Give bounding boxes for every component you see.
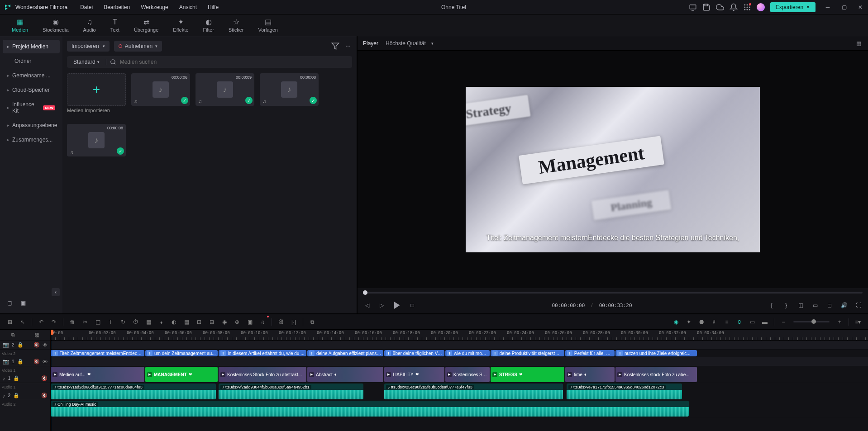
- import-media-card[interactable]: +: [67, 73, 126, 106]
- audio-tool[interactable]: ♫: [257, 317, 268, 327]
- zoom-slider[interactable]: [793, 321, 830, 322]
- render-tool[interactable]: ✦: [683, 317, 694, 327]
- audio1-mute-icon[interactable]: 🔇: [41, 375, 48, 381]
- video-preview[interactable]: Management Strategy Planning Titel: Zeit…: [466, 87, 760, 252]
- video-clip[interactable]: ▶STRESS❤: [491, 367, 564, 382]
- text-tool[interactable]: T: [105, 317, 116, 327]
- sidebar-ordner[interactable]: Ordner: [3, 54, 60, 68]
- video-clip[interactable]: ▶Abstract♦: [307, 367, 383, 382]
- audio-clip[interactable]: ♪ tts3dsxvf2add93044f5b500a328f5a94a4952…: [219, 384, 363, 399]
- track-audio1[interactable]: ♪ tts3dsxv1ad2d066df1a91157771ac80d6a64f…: [51, 383, 868, 400]
- tab-medien[interactable]: ▦Medien: [5, 16, 34, 34]
- track-link-icon[interactable]: ⛓: [34, 332, 39, 338]
- menu-datei[interactable]: Datei: [80, 4, 93, 10]
- bracket-open-icon[interactable]: {: [768, 301, 776, 309]
- copy-props-tool[interactable]: ⧉: [307, 317, 318, 327]
- sidebar-projekt-medien[interactable]: ▸Projekt Medien: [3, 40, 60, 53]
- fullscreen-icon[interactable]: ⛶: [854, 301, 863, 309]
- menu-hilfe[interactable]: Hilfe: [208, 4, 219, 10]
- preview-tab-player[interactable]: Player: [363, 40, 378, 47]
- rotate-tool[interactable]: ↻: [118, 317, 129, 327]
- delete-button[interactable]: 🗑: [67, 317, 78, 327]
- cut-tool[interactable]: ✂: [80, 317, 91, 327]
- bell-icon[interactable]: [730, 3, 738, 11]
- sidebar-influence-kit[interactable]: ▸Influence KitNEW: [3, 98, 60, 118]
- title-clip[interactable]: Tnutzen und ihre Ziele erfolgreic...: [615, 350, 697, 356]
- record-dropdown[interactable]: Aufnehmen▾: [114, 41, 162, 52]
- audio-clip[interactable]: ♪ tts3dsxve7a17172fb155496965d840260d120…: [567, 384, 682, 399]
- crop-tool[interactable]: ◫: [92, 317, 103, 327]
- video2-lock-icon[interactable]: 🔒: [17, 342, 24, 348]
- link-tool[interactable]: ⛓: [276, 317, 286, 327]
- search-input[interactable]: [120, 59, 348, 65]
- import-dropdown[interactable]: Importieren▾: [67, 41, 110, 52]
- timeline-ruler[interactable]: 00:0000:00:02:0000:00:04:0000:00:06:0000…: [51, 330, 868, 341]
- user-avatar[interactable]: [757, 3, 765, 11]
- video1-mute-icon[interactable]: 🔇: [33, 359, 40, 365]
- playhead[interactable]: [51, 330, 51, 431]
- audio-clip[interactable]: ♪ tts3dsxv25ec90f2e5fe3b3cdeaf0777e6f47f…: [384, 384, 563, 399]
- mixer-tool[interactable]: ≡: [721, 317, 732, 327]
- audio-clip[interactable]: ♪ Chilling Day-AI music: [51, 401, 689, 417]
- mask-tool[interactable]: ◐: [168, 317, 179, 327]
- tool-b[interactable]: ⊡: [194, 317, 205, 327]
- export-button[interactable]: Exportieren▼: [770, 2, 816, 12]
- ai-tool[interactable]: ◉: [671, 317, 682, 327]
- video-clip[interactable]: ▶LIABILITY❤: [384, 367, 444, 382]
- pointer-tool[interactable]: ↖: [17, 317, 28, 327]
- media-clip-3[interactable]: 00:00:08♪♫✓: [260, 73, 319, 106]
- audio-clip[interactable]: ♪ tts3dsxv1ad2d066df1a91157771ac80d6a64f…: [51, 384, 216, 399]
- video-clip[interactable]: ▶time♦: [565, 367, 615, 382]
- magnet-tool[interactable]: ⧲: [734, 317, 745, 327]
- apps-icon[interactable]: [743, 3, 751, 11]
- title-clip[interactable]: Tüber deine täglichen Verp...: [384, 350, 444, 356]
- audio1-lock-icon[interactable]: 🔒: [13, 375, 19, 381]
- bracket-close-icon[interactable]: }: [782, 301, 790, 309]
- title-clip[interactable]: Tdeine Aufgaben effizient planst...: [307, 350, 383, 356]
- volume-icon[interactable]: 🔊: [840, 301, 848, 309]
- title-clip[interactable]: Tdeine Produktivität steigerst un...: [491, 350, 564, 356]
- title-clip[interactable]: Twie du mit mode...: [445, 350, 490, 356]
- timeline-view-tool[interactable]: ≡▾: [853, 317, 863, 327]
- media-clip-4[interactable]: 00:00:08♪♫✓: [67, 124, 126, 156]
- title-clip[interactable]: Tum dein Zeitmanagement au...: [145, 350, 218, 356]
- zoom-out-button[interactable]: −: [778, 317, 789, 327]
- folder-icon[interactable]: ▢: [5, 299, 14, 307]
- tab-filter[interactable]: ◐Filter: [196, 16, 220, 34]
- video1-eye-icon[interactable]: 👁: [43, 359, 48, 365]
- save-icon[interactable]: [702, 3, 711, 11]
- audio2-lock-icon[interactable]: 🔒: [13, 393, 19, 398]
- tool-f[interactable]: ▣: [244, 317, 255, 327]
- track-video2[interactable]: TTitel: Zeitmanagement meisternEntdecke.…: [51, 350, 868, 357]
- track-video1[interactable]: ▶Medien auf...❤▶MANAGEMENT❤▶Kostenloses …: [51, 366, 868, 383]
- tab-audio[interactable]: ♫Audio: [77, 16, 102, 34]
- video-clip[interactable]: ▶Kostenloses Stock Foto zu abstrakt...: [219, 367, 306, 382]
- sidebar-anpassungsebene[interactable]: ▸Anpassungsebene: [3, 118, 60, 132]
- play-back-button[interactable]: ▷: [377, 301, 386, 309]
- video-clip[interactable]: ▶Kostenloses stock Foto zu abe...: [615, 367, 697, 382]
- sidebar-gemeinsame[interactable]: ▸Gemeinsame ...: [3, 69, 60, 82]
- tab-uebergaenge[interactable]: ⇄Übergänge: [128, 16, 165, 34]
- video2-mute-icon[interactable]: 🔇: [33, 342, 40, 348]
- close-button[interactable]: ✕: [856, 3, 864, 11]
- preview-scrubber[interactable]: [363, 292, 863, 294]
- sidebar-cloud[interactable]: ▸Cloud-Speicher: [3, 83, 60, 97]
- stop-button[interactable]: □: [408, 301, 416, 309]
- tool-d[interactable]: ◉: [219, 317, 230, 327]
- group-tool[interactable]: [·]: [288, 317, 299, 327]
- voiceover-tool[interactable]: 🎙: [709, 317, 720, 327]
- tool-a[interactable]: ▤: [181, 317, 192, 327]
- play-button[interactable]: [392, 300, 402, 310]
- cloud-icon[interactable]: [716, 3, 724, 11]
- track-size-tool[interactable]: ▬: [759, 317, 770, 327]
- title-clip[interactable]: TPerfekt für alle, di...: [565, 350, 615, 356]
- prev-frame-button[interactable]: ◁: [363, 301, 371, 309]
- track-audio2[interactable]: ♪ Chilling Day-AI music: [51, 400, 868, 417]
- menu-werkzeuge[interactable]: Werkzeuge: [141, 4, 168, 10]
- speed-tool[interactable]: ⏱: [130, 317, 141, 327]
- filter-icon[interactable]: [331, 42, 339, 50]
- undo-button[interactable]: ↶: [36, 317, 47, 327]
- tab-effekte[interactable]: ✦Effekte: [167, 16, 195, 34]
- tab-text[interactable]: TText: [104, 16, 126, 34]
- tab-vorlagen[interactable]: ▤Vorlagen: [252, 16, 284, 34]
